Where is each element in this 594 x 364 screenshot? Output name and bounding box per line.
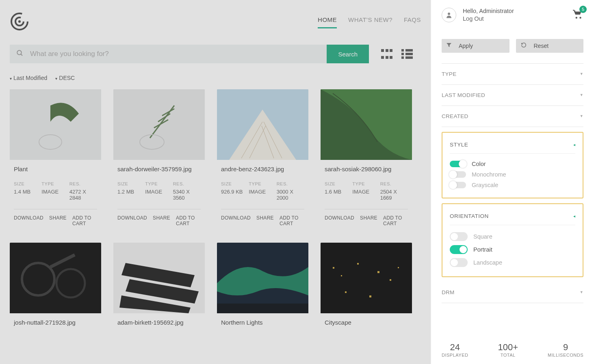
svg-point-2: [18, 20, 21, 23]
stat-milliseconds: 9MILLISECONDS: [548, 342, 583, 358]
svg-line-4: [21, 54, 22, 56]
reset-button[interactable]: Reset: [516, 39, 584, 53]
asset-card[interactable]: sarah-sosiak-298060.jpg SIZE1.6 MB TYPEI…: [321, 89, 412, 230]
filter-type[interactable]: TYPE▼: [442, 63, 583, 85]
search-icon: [10, 50, 30, 58]
thumbnail[interactable]: [10, 243, 101, 313]
svg-rect-27: [333, 267, 334, 269]
add-to-cart-button[interactable]: ADD TO CART: [280, 215, 304, 226]
thumbnail[interactable]: [321, 243, 412, 313]
asset-title: josh-nuttall-271928.jpg: [14, 319, 97, 326]
nav-whats-new[interactable]: WHAT'S NEW?: [348, 16, 392, 28]
download-button[interactable]: DOWNLOAD: [221, 215, 251, 226]
chevron-down-icon: ▼: [580, 114, 583, 118]
style-monochrome-toggle[interactable]: [450, 171, 466, 178]
asset-card[interactable]: sarah-dorweiler-357959.jpg SIZE1.2 MB TY…: [113, 89, 205, 230]
asset-card[interactable]: josh-nuttall-271928.jpg: [10, 243, 101, 330]
filter-orientation-panel: ORIENTATION ◂ Square Portrait Landscape: [442, 203, 583, 277]
orientation-square-toggle[interactable]: [450, 232, 468, 241]
cart-button[interactable]: 5: [572, 9, 583, 21]
share-button[interactable]: SHARE: [360, 215, 377, 226]
svg-rect-5: [10, 89, 101, 160]
svg-rect-32: [398, 267, 399, 268]
asset-title: Northern Lights: [221, 319, 304, 326]
svg-point-36: [576, 17, 577, 18]
greeting-text: Hello, Administrator: [463, 7, 514, 15]
download-button[interactable]: DOWNLOAD: [117, 215, 147, 226]
add-to-cart-button[interactable]: ADD TO CART: [176, 215, 201, 226]
add-to-cart-button[interactable]: ADD TO CART: [383, 215, 408, 226]
share-button[interactable]: SHARE: [256, 215, 274, 226]
cart-badge: 5: [579, 6, 587, 13]
thumbnail[interactable]: [217, 243, 308, 313]
share-button[interactable]: SHARE: [153, 215, 170, 226]
svg-rect-31: [390, 279, 391, 281]
asset-card[interactable]: Cityscape: [321, 243, 412, 330]
asset-card[interactable]: Northern Lights: [217, 243, 308, 330]
list-view-button[interactable]: [401, 49, 413, 59]
thumbnail[interactable]: [10, 89, 101, 160]
sort-field-dropdown[interactable]: Last Modified: [10, 75, 47, 81]
sort-direction-dropdown[interactable]: DESC: [55, 75, 75, 81]
style-grayscale-toggle[interactable]: [450, 182, 466, 188]
svg-point-3: [17, 50, 22, 55]
asset-card[interactable]: andre-benz-243623.jpg SIZE926.9 KB TYPEI…: [217, 89, 308, 230]
orientation-title: ORIENTATION: [450, 213, 489, 219]
asset-title: adam-birkett-195692.jpg: [117, 319, 201, 326]
svg-rect-30: [377, 271, 379, 273]
apply-button[interactable]: Apply: [442, 39, 509, 53]
svg-point-37: [579, 17, 581, 18]
stat-total: 100+TOTAL: [498, 342, 518, 358]
thumbnail[interactable]: [113, 89, 205, 160]
stat-displayed: 24DISPLAYED: [442, 342, 468, 358]
svg-rect-33: [345, 291, 347, 293]
filter-created[interactable]: CREATED▼: [442, 106, 583, 127]
thumbnail[interactable]: [113, 243, 205, 313]
orientation-landscape-toggle[interactable]: [450, 258, 468, 267]
search-button[interactable]: Search: [327, 45, 369, 63]
download-button[interactable]: DOWNLOAD: [14, 215, 43, 226]
nav-home[interactable]: HOME: [318, 16, 337, 28]
search-box[interactable]: Search: [10, 45, 369, 63]
share-button[interactable]: SHARE: [49, 215, 67, 226]
asset-title: andre-benz-243623.jpg: [221, 166, 304, 172]
avatar[interactable]: [442, 8, 456, 22]
logo[interactable]: [10, 12, 29, 33]
collapse-icon[interactable]: ◂: [573, 214, 576, 218]
orientation-portrait-toggle[interactable]: [450, 245, 468, 254]
style-title: STYLE: [450, 142, 468, 148]
collapse-icon[interactable]: ◂: [573, 142, 576, 147]
svg-rect-29: [357, 263, 359, 265]
search-input[interactable]: [30, 50, 327, 58]
style-color-toggle[interactable]: [450, 161, 466, 167]
svg-rect-34: [369, 295, 371, 297]
thumbnail[interactable]: [217, 89, 308, 160]
nav-faqs[interactable]: FAQS: [404, 16, 421, 28]
chevron-down-icon: ▼: [580, 93, 583, 97]
svg-rect-28: [341, 275, 342, 276]
asset-title: Plant: [14, 166, 97, 172]
filter-style-panel: STYLE ◂ Color Monochrome Grayscale: [442, 132, 583, 198]
logout-link[interactable]: Log Out: [463, 15, 514, 23]
chevron-down-icon: ▼: [580, 290, 583, 294]
asset-card[interactable]: adam-birkett-195692.jpg: [113, 243, 205, 330]
chevron-down-icon: ▼: [580, 72, 583, 76]
thumbnail[interactable]: [321, 89, 412, 160]
filter-drm[interactable]: DRM▼: [442, 282, 583, 303]
add-to-cart-button[interactable]: ADD TO CART: [72, 215, 97, 226]
asset-title: sarah-dorweiler-357959.jpg: [117, 166, 201, 172]
asset-title: Cityscape: [325, 319, 408, 326]
asset-card[interactable]: Plant SIZE1.4 MB TYPEIMAGE RES.4272 X 28…: [10, 89, 101, 230]
svg-rect-25: [217, 304, 308, 313]
filter-last-modified[interactable]: LAST MODIFIED▼: [442, 85, 583, 106]
download-button[interactable]: DOWNLOAD: [325, 215, 354, 226]
grid-view-button[interactable]: [381, 49, 392, 59]
svg-point-35: [448, 13, 450, 15]
asset-title: sarah-sosiak-298060.jpg: [325, 166, 408, 172]
reset-icon: [521, 42, 527, 49]
filter-icon: [447, 43, 451, 49]
svg-rect-26: [321, 243, 412, 313]
